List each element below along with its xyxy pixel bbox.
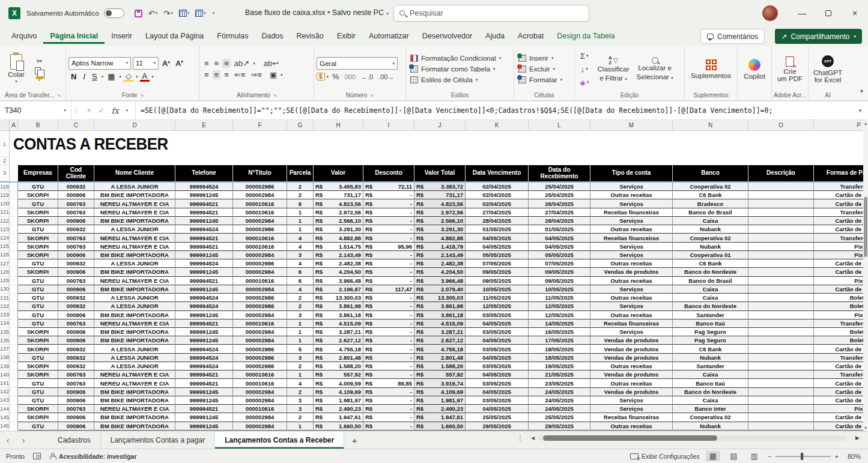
cell[interactable]: 999994524 xyxy=(175,183,233,191)
macro-record-icon[interactable] xyxy=(33,453,41,459)
format-as-table-button[interactable]: Formatar como Tabela▾ xyxy=(408,64,511,74)
cell[interactable]: 000906 xyxy=(58,285,94,294)
cell[interactable]: 6 xyxy=(287,268,314,276)
cell[interactable]: Vendas de produtos xyxy=(590,268,673,276)
cell[interactable]: Transferência xyxy=(814,371,863,379)
cell[interactable]: GTU xyxy=(18,259,58,268)
cell[interactable] xyxy=(10,294,18,302)
cell[interactable]: GTU xyxy=(18,396,58,405)
increase-decimal-button[interactable]: ←.0 xyxy=(359,73,375,80)
cell[interactable]: Receitas financeiras xyxy=(590,413,673,422)
cell[interactable]: Caixa xyxy=(673,294,748,302)
cell[interactable]: 1 xyxy=(287,336,314,345)
cell[interactable]: BM BIKE IMPORTADORA xyxy=(94,285,175,294)
cell[interactable]: Outras receitas xyxy=(590,362,673,371)
cell[interactable]: R$4.823,56 xyxy=(414,199,466,208)
cell[interactable]: R$1.660,50 xyxy=(414,422,466,431)
cell[interactable]: 000002986 xyxy=(233,362,287,371)
cell[interactable] xyxy=(10,379,18,387)
align-right-button[interactable]: ≡ xyxy=(222,70,231,79)
menu-tab-automatizar[interactable]: Automatizar xyxy=(362,28,416,44)
cell[interactable]: Pag Seguro xyxy=(673,336,748,345)
cell[interactable]: R$- xyxy=(363,199,414,208)
cell[interactable]: 04/05/2025 xyxy=(466,354,529,362)
cell[interactable]: R$731,17 xyxy=(314,191,363,199)
cell[interactable]: 25/04/2025 xyxy=(529,191,590,199)
cell[interactable]: 19/05/2025 xyxy=(529,362,590,371)
cell[interactable] xyxy=(748,396,814,405)
menu-tab-layout-da-p-gina[interactable]: Layout da Página xyxy=(139,28,210,44)
comments-button[interactable]: Comentários xyxy=(700,29,765,44)
font-name-select[interactable]: Aptos Narrow▾ xyxy=(68,57,131,70)
cell[interactable]: R$- xyxy=(363,354,414,362)
table-header-tipo-de-conta[interactable]: Tipo de conta xyxy=(590,165,673,181)
cell[interactable] xyxy=(10,285,18,294)
cell[interactable]: Transferência xyxy=(814,183,863,191)
cell[interactable]: 09/05/2025 xyxy=(529,277,590,285)
cell[interactable]: Cartão de crédito xyxy=(814,345,863,353)
cell[interactable]: R$4.204,50 xyxy=(314,268,363,276)
table-header-formas-de-pagamento[interactable]: Formas de Pagamento xyxy=(814,165,863,181)
cell[interactable]: Boleto xyxy=(814,328,863,336)
addins-button[interactable]: Suplementos xyxy=(691,59,731,79)
cell[interactable]: 000906 xyxy=(58,336,94,345)
cell[interactable]: 999994524 xyxy=(175,259,233,268)
cell[interactable]: 000763 xyxy=(58,243,94,251)
table-header-valor[interactable]: Valor xyxy=(314,165,363,181)
table-header-valor-total[interactable]: Valor Total xyxy=(414,165,466,181)
cell[interactable]: BM BIKE IMPORTADORA xyxy=(94,328,175,336)
cell[interactable]: 999994521 xyxy=(175,243,233,251)
cell[interactable]: Cooperativa 01 xyxy=(673,251,748,259)
cell[interactable] xyxy=(10,191,18,199)
cell[interactable]: R$- xyxy=(363,234,414,242)
cell[interactable]: R$4.823,56 xyxy=(314,199,363,208)
cell[interactable] xyxy=(748,243,814,251)
cell[interactable]: Santander xyxy=(673,311,748,319)
cell[interactable]: BM BIKE IMPORTADORA xyxy=(94,336,175,345)
cell[interactable]: 3 xyxy=(287,311,314,319)
fill-button[interactable]: ↓▾ xyxy=(577,64,592,75)
menu-tab-p-gina-inicial[interactable]: Página Inicial xyxy=(43,28,105,44)
menu-tab-inserir[interactable]: Inserir xyxy=(105,28,139,44)
column-header-E[interactable]: E xyxy=(175,120,233,130)
document-title[interactable]: Base fluxo de caixa.xlsx • Salvo neste P… xyxy=(245,8,389,17)
cell[interactable]: Caixa xyxy=(673,371,748,379)
cell[interactable]: Outras receitas xyxy=(590,225,673,234)
cell[interactable]: 999991245 xyxy=(175,328,233,336)
cell[interactable]: R$3.383,72 xyxy=(414,183,466,191)
row-header-130[interactable]: 130 xyxy=(0,285,10,294)
cell[interactable]: 999994524 xyxy=(175,345,233,353)
menu-tab-exibir[interactable]: Exibir xyxy=(330,28,362,44)
autosum-button[interactable]: Σ▾ xyxy=(577,50,592,62)
display-settings-button[interactable]: Exibir Configurações xyxy=(630,453,700,460)
find-select-button[interactable]: Localizar e Selecionar ▾ xyxy=(633,57,677,81)
column-header-I[interactable]: I xyxy=(363,120,414,130)
cell[interactable]: SKORPI xyxy=(18,371,58,379)
cell[interactable]: Serviços xyxy=(590,328,673,336)
cell[interactable]: GTU xyxy=(18,379,58,387)
merge-center-button[interactable]: ▣ xyxy=(268,70,279,79)
cell[interactable]: Vendas de produtos xyxy=(590,354,673,362)
cell[interactable]: 2 xyxy=(287,388,314,396)
insert-cells-button[interactable]: Inserir▾ xyxy=(517,53,572,63)
cell[interactable] xyxy=(10,371,18,379)
cell[interactable]: R$- xyxy=(363,217,414,225)
column-header-M[interactable]: M xyxy=(590,120,673,130)
cell[interactable]: Nubank xyxy=(673,243,748,251)
menu-tab-design-da-tabela[interactable]: Design da Tabela xyxy=(550,28,621,44)
formula-input[interactable]: =SE([@[Data do Recebimento]]="";"";SE([@… xyxy=(136,101,852,120)
cell[interactable]: Banco do Brasil xyxy=(673,277,748,285)
row-header-122[interactable]: 122 xyxy=(0,217,10,225)
column-header-B[interactable]: B xyxy=(18,120,58,130)
cell[interactable]: Transferência xyxy=(814,319,863,328)
cell[interactable]: NEREU ALTMAYER E CIA xyxy=(94,243,175,251)
comma-format-button[interactable]: 000 xyxy=(343,73,357,80)
cell[interactable]: R$3.966,48 xyxy=(314,277,363,285)
cell[interactable]: Cartão de crédito xyxy=(814,199,863,208)
autosave-toggle[interactable] xyxy=(104,8,124,18)
cell[interactable]: Serviços xyxy=(590,183,673,191)
cell[interactable] xyxy=(748,268,814,276)
cell[interactable]: R$557,92 xyxy=(414,371,466,379)
cell[interactable]: 000010616 xyxy=(233,243,287,251)
collapse-ribbon-button[interactable]: ▾ xyxy=(860,88,863,94)
